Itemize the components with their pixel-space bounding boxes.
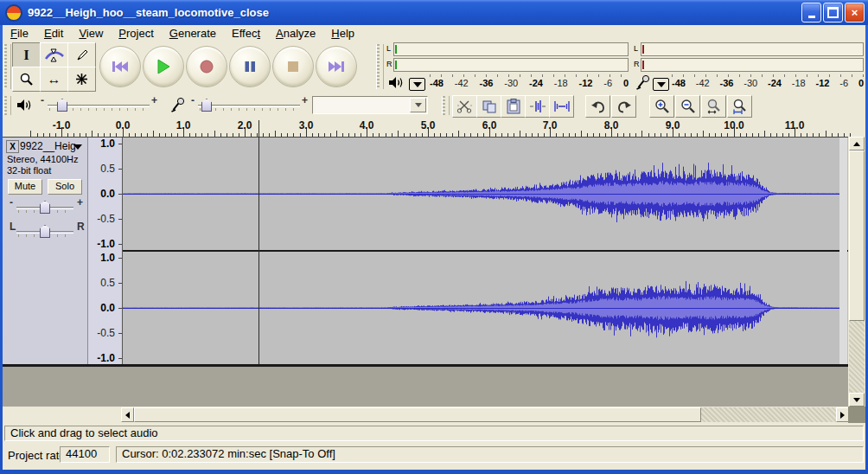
play-button[interactable]: [143, 46, 184, 87]
project-rate-value[interactable]: 44100: [60, 446, 110, 463]
meter-scale-label: -48: [672, 78, 686, 88]
track-close-button[interactable]: X: [6, 140, 19, 153]
menu-item-view[interactable]: View: [71, 27, 111, 40]
input-device-combo[interactable]: [312, 96, 428, 114]
fit-project-button[interactable]: [727, 95, 752, 118]
record-button[interactable]: [186, 46, 227, 87]
output-meter-start-tick: [395, 45, 397, 54]
waveform-display[interactable]: [123, 138, 848, 364]
speaker-icon: [388, 76, 405, 89]
arrow-right-icon: [840, 412, 845, 419]
edit-toolbar-grip[interactable]: [442, 96, 450, 115]
vertical-ruler[interactable]: 1.00.50.0-0.5-1.01.00.50.0-0.5-1.0: [88, 138, 123, 364]
amplitude-tick: [118, 169, 122, 170]
output-left-label: L: [386, 45, 391, 53]
solo-button[interactable]: Solo: [48, 179, 82, 195]
selection-tool-button[interactable]: I: [12, 42, 41, 67]
redo-button[interactable]: [611, 95, 636, 118]
stop-button[interactable]: [272, 46, 314, 87]
input-volume-min-label: -: [191, 94, 195, 106]
menu-item-edit[interactable]: Edit: [36, 27, 71, 40]
output-meter-menu-button[interactable]: [409, 78, 425, 91]
amplitude-tick: [118, 358, 122, 359]
menu-item-generate[interactable]: Generate: [162, 27, 224, 40]
vertical-scrollbar[interactable]: [848, 137, 865, 407]
close-button[interactable]: ×: [845, 3, 865, 22]
minimize-button[interactable]: [801, 3, 821, 22]
meter-scale-label: -42: [455, 78, 469, 88]
zoom-in-button[interactable]: [649, 95, 674, 118]
input-volume-thumb[interactable]: [201, 99, 212, 112]
menu-item-effect[interactable]: Effect: [224, 27, 268, 40]
maximize-button[interactable]: [823, 3, 843, 22]
cut-button[interactable]: [452, 95, 477, 118]
dropdown-arrow-icon: [413, 82, 422, 87]
copy-button[interactable]: [476, 95, 501, 118]
audacity-window: 9922__Heigh_hoo__steam_locomotive_close …: [0, 0, 868, 474]
ruler-tick: [581, 131, 582, 137]
speaker-icon: [16, 99, 33, 112]
undo-button[interactable]: [585, 95, 610, 118]
vscroll-thumb[interactable]: [849, 151, 865, 321]
timeline-ruler[interactable]: -1.00.01.02.03.04.05.06.07.08.09.010.011…: [3, 118, 865, 138]
hscroll-thumb[interactable]: [134, 407, 701, 422]
scroll-up-button[interactable]: [849, 137, 865, 151]
pan-slider[interactable]: [16, 224, 73, 240]
silence-selection-button[interactable]: [549, 95, 574, 118]
input-meter-start-tick: [642, 61, 644, 69]
menu-item-project[interactable]: Project: [111, 27, 161, 40]
meter-scale-label: -18: [792, 78, 806, 88]
ruler-tick: [826, 131, 827, 137]
zoom-out-button[interactable]: [675, 95, 700, 118]
input-volume-slider[interactable]: [198, 98, 300, 113]
ruler-label: 4.0: [360, 119, 374, 131]
amplitude-label: -1.0: [97, 238, 115, 250]
gain-slider[interactable]: [16, 200, 73, 215]
ruler-label: 8.0: [604, 119, 619, 131]
zoom-tool-button[interactable]: [12, 67, 41, 92]
pan-thumb[interactable]: [40, 225, 50, 238]
mixer-toolbar-grip[interactable]: [3, 96, 11, 115]
output-volume-slider[interactable]: [48, 98, 150, 113]
waveform-left-channel[interactable]: [123, 138, 848, 250]
horizontal-scrollbar[interactable]: [3, 407, 865, 423]
output-volume-thumb[interactable]: [57, 99, 67, 112]
ruler-tick: [458, 131, 459, 137]
envelope-icon: [45, 48, 64, 62]
draw-tool-button[interactable]: [67, 42, 96, 67]
mixer-edit-toolbar: - + - +: [3, 93, 865, 119]
toolbar-grip[interactable]: [3, 44, 11, 89]
minimize-icon: [808, 16, 815, 18]
menu-item-help[interactable]: Help: [323, 27, 362, 40]
menu-item-analyze[interactable]: Analyze: [268, 27, 323, 40]
ruler-tick: [641, 131, 642, 137]
multi-tool-button[interactable]: [67, 67, 96, 92]
combo-dropdown-button[interactable]: [410, 98, 426, 112]
trim-outside-selection-button[interactable]: [525, 95, 550, 118]
gain-thumb[interactable]: [40, 201, 50, 214]
skip-to-start-button[interactable]: [99, 46, 141, 87]
paste-button[interactable]: [501, 95, 526, 118]
ruler-tick: [520, 131, 520, 137]
fit-selection-button[interactable]: [701, 95, 726, 118]
playback-cursor: [258, 120, 259, 364]
meter-scale-label: -42: [696, 78, 710, 88]
fit-selection-icon: [706, 99, 722, 114]
skip-to-end-button[interactable]: [316, 46, 357, 87]
waveform-right-channel[interactable]: [123, 252, 848, 364]
meter-scale-label: -12: [816, 78, 830, 88]
input-meter-menu-button[interactable]: [653, 78, 669, 91]
mute-button[interactable]: Mute: [8, 179, 42, 195]
envelope-tool-button[interactable]: [40, 42, 68, 67]
pencil-icon: [75, 48, 89, 62]
pause-button[interactable]: [229, 46, 271, 87]
timeshift-tool-button[interactable]: ↔: [40, 67, 68, 92]
scroll-left-button[interactable]: [121, 407, 134, 422]
scroll-down-button[interactable]: [849, 393, 865, 407]
track-menu-arrow-icon[interactable]: [73, 144, 82, 150]
amplitude-label: -0.5: [97, 327, 115, 339]
scroll-right-button[interactable]: [836, 407, 849, 422]
output-meter: L R -48-42-36-30-24-18-12-60: [383, 41, 632, 91]
menu-item-file[interactable]: File: [3, 27, 36, 40]
title-bar[interactable]: 9922__Heigh_hoo__steam_locomotive_close …: [0, 0, 868, 25]
